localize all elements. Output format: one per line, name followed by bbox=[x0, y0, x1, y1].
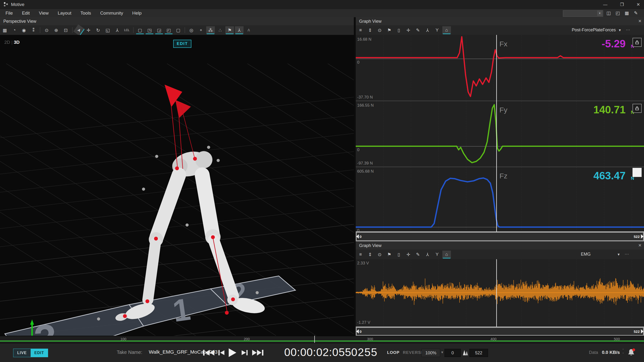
rigid-body-overlay-icon[interactable]: ⚑ bbox=[225, 26, 234, 34]
marker-groups-icon[interactable]: ∴ bbox=[216, 26, 224, 34]
delete-keys-icon[interactable]: ▯ bbox=[394, 251, 403, 258]
play-button[interactable] bbox=[227, 348, 237, 358]
previous-frame-button[interactable] bbox=[217, 349, 225, 356]
scroll-left-icon[interactable] bbox=[356, 234, 359, 239]
menu-community[interactable]: Community bbox=[96, 9, 128, 17]
visibility-icon[interactable]: ◎ bbox=[187, 26, 196, 34]
scrollbar-thumb[interactable]: 0 522 bbox=[357, 328, 643, 335]
zoom-fit-icon[interactable]: ⊡ bbox=[62, 26, 70, 34]
move-keys-icon[interactable]: ✛ bbox=[404, 251, 413, 258]
timeline-playhead[interactable] bbox=[314, 336, 315, 343]
graph-settings-icon[interactable]: ≡ bbox=[356, 251, 365, 258]
panels-layout-icon[interactable]: ▦ bbox=[623, 10, 631, 16]
selector-label[interactable]: EMG bbox=[581, 252, 591, 257]
scrollbar-thumb[interactable]: 0 522 bbox=[357, 233, 643, 240]
lock-graph-icon[interactable]: ⌂ bbox=[442, 251, 451, 258]
graph1-channel-selector[interactable]: Post-ForcePlateForces▼⋯ bbox=[572, 27, 630, 32]
loop-button[interactable]: LOOP bbox=[387, 350, 400, 355]
maximize-button[interactable]: ❐ bbox=[617, 1, 627, 8]
scale-icon[interactable]: ◱ bbox=[103, 26, 112, 34]
zoom-region-icon[interactable]: ⊕ bbox=[52, 26, 60, 34]
3d-viewport[interactable]: 312 bbox=[0, 35, 354, 336]
grid-view-icon[interactable]: ▦ bbox=[0, 26, 9, 34]
fx-lock-icon[interactable] bbox=[632, 38, 642, 47]
fz-lock-icon[interactable] bbox=[632, 168, 642, 177]
select-tool-icon[interactable]: ➤ bbox=[74, 24, 85, 36]
live-edit-toggle[interactable]: LIVE EDIT bbox=[13, 349, 48, 357]
graph2-channel-selector[interactable]: EMG▼⋯ bbox=[581, 252, 630, 257]
menu-view[interactable]: View bbox=[34, 9, 53, 17]
mode-2d-button[interactable]: 2D bbox=[4, 40, 10, 45]
menu-layout[interactable]: Layout bbox=[53, 9, 76, 17]
avatar-overlay-icon[interactable]: ⑃ bbox=[244, 26, 253, 34]
spinner-arrows-icon[interactable]: ⌃⌄ bbox=[622, 349, 624, 354]
fy-lock-icon[interactable] bbox=[632, 104, 642, 113]
mode-3d-button[interactable]: 3D bbox=[14, 40, 20, 45]
menu-edit[interactable]: Edit bbox=[18, 9, 34, 17]
scroll-right-icon[interactable] bbox=[641, 329, 644, 334]
capture-layout-icon[interactable]: ◰ bbox=[614, 10, 622, 16]
layout-select[interactable]: ▾ bbox=[563, 10, 603, 17]
view-mode-toggle[interactable]: 2D | 3D bbox=[4, 40, 20, 45]
skeleton-icon[interactable]: ⅄ bbox=[113, 26, 122, 34]
edit-layout-icon[interactable]: ✎ bbox=[632, 10, 640, 16]
fit-vertical-icon[interactable]: ⇕ bbox=[366, 26, 374, 34]
graph1-scrollbar[interactable]: 0 522 bbox=[356, 231, 644, 242]
graph2-scrollbar[interactable]: 0 522 bbox=[356, 327, 644, 336]
zoom-icon[interactable]: ⊙ bbox=[42, 26, 51, 34]
zoom-graph-icon[interactable]: ⊙ bbox=[375, 26, 384, 34]
playback-range-start-input[interactable]: 0 bbox=[444, 349, 461, 357]
move-keys-icon[interactable]: ✛ bbox=[404, 26, 413, 34]
merge-icon[interactable]: Y bbox=[433, 26, 441, 34]
fit-vertical-icon[interactable]: ⇕ bbox=[366, 251, 374, 258]
menu-file[interactable]: File bbox=[1, 9, 18, 17]
split-icon[interactable]: ⅄ bbox=[423, 26, 432, 34]
skeleton-overlay-icon[interactable]: ⅄ bbox=[235, 26, 244, 34]
delete-keys-icon[interactable]: ▯ bbox=[394, 26, 403, 34]
select-skeletons-icon[interactable]: ◰ bbox=[164, 26, 173, 34]
selector-label[interactable]: Post-ForcePlateForces bbox=[572, 27, 616, 32]
minimize-button[interactable]: — bbox=[600, 1, 610, 8]
viewport-layout-icon[interactable]: ◫ bbox=[604, 10, 613, 16]
split-icon[interactable]: ⅄ bbox=[423, 251, 432, 258]
scroll-right-icon[interactable] bbox=[641, 234, 644, 239]
select-rigid-bodies-icon[interactable]: ◲ bbox=[155, 26, 164, 34]
live-button[interactable]: LIVE bbox=[14, 349, 30, 357]
merge-icon[interactable]: Y bbox=[433, 251, 441, 258]
force-plot-area[interactable]: 16.68 N0-37.70 NFx-5.29N166.55 N0-97.39 … bbox=[356, 35, 644, 231]
edit-button[interactable]: EDIT bbox=[30, 349, 48, 357]
skip-to-start-button[interactable] bbox=[202, 349, 215, 357]
rotate-icon[interactable]: ↻ bbox=[94, 26, 102, 34]
timeline-ruler[interactable]: 100200300400500 bbox=[0, 336, 644, 343]
close-button[interactable]: ✕ bbox=[633, 1, 644, 8]
menu-help[interactable]: Help bbox=[128, 9, 146, 17]
lock-graph-icon[interactable]: ⌂ bbox=[442, 26, 451, 34]
camera-icon[interactable]: ◉ bbox=[20, 26, 28, 34]
select-markers-icon[interactable]: ▢ bbox=[136, 26, 144, 34]
pin-icon[interactable]: ⚑ bbox=[385, 26, 394, 34]
close-icon[interactable]: ✕ bbox=[638, 17, 642, 25]
reverse-button[interactable]: REVERSE bbox=[403, 350, 424, 355]
graph-settings-icon[interactable]: ≡ bbox=[356, 26, 365, 34]
menu-tools[interactable]: Tools bbox=[76, 9, 96, 17]
pin-icon[interactable]: ⚑ bbox=[385, 251, 394, 258]
close-icon[interactable]: ✕ bbox=[638, 242, 642, 250]
next-frame-button[interactable] bbox=[241, 349, 249, 356]
select-other-icon[interactable]: ▢ bbox=[174, 26, 182, 34]
more-options-icon[interactable]: ⋯ bbox=[626, 27, 630, 32]
marker-sticks-icon[interactable]: ⁂ bbox=[206, 26, 215, 34]
skip-to-end-button[interactable] bbox=[252, 349, 264, 357]
marker-labels-icon[interactable]: ⚬ bbox=[197, 26, 205, 34]
playback-speed-select[interactable]: 100% bbox=[422, 349, 440, 357]
marker-rays-icon[interactable]: ⁑ bbox=[29, 26, 38, 34]
notification-bell-icon[interactable] bbox=[627, 348, 636, 358]
edit-keys-icon[interactable]: ✎ bbox=[414, 251, 422, 258]
translate-icon[interactable]: ✛ bbox=[84, 26, 93, 34]
zoom-graph-icon[interactable]: ⊙ bbox=[375, 251, 384, 258]
lcl-toggle[interactable]: LCL bbox=[122, 26, 131, 34]
more-options-icon[interactable]: ⋯ bbox=[624, 252, 630, 257]
playback-range-end-input[interactable]: 522 bbox=[469, 349, 488, 357]
emg-plot-area[interactable]: 2.33 V-1.27 V bbox=[356, 259, 644, 327]
panel-splitter[interactable] bbox=[354, 17, 356, 336]
select-marker-sets-icon[interactable]: ◳ bbox=[145, 26, 154, 34]
